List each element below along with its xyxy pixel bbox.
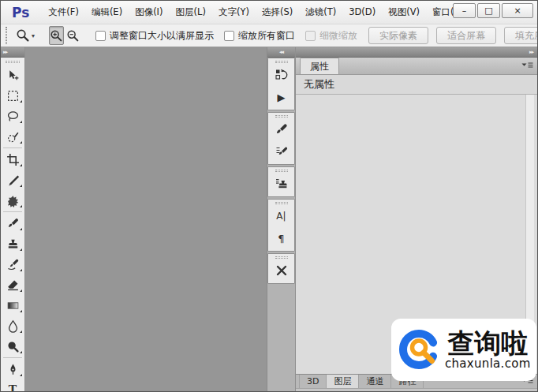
pen-tool[interactable] — [1, 359, 24, 379]
rectangular-marquee-tool[interactable] — [1, 85, 24, 106]
type-tool-icon: T — [9, 383, 17, 391]
tool-presets-panel-icon[interactable] — [268, 259, 294, 282]
toolbox-collapse-button[interactable]: ▸▸ — [1, 47, 24, 58]
menu-3d[interactable]: 3D(D) — [342, 3, 382, 21]
watermark-text: 查询啦 chaxunla.com — [445, 330, 531, 371]
properties-status: 无属性 — [296, 75, 537, 95]
flyout-indicator — [20, 289, 22, 292]
properties-tab-row: 属性 — [296, 58, 537, 75]
dock-group-grip[interactable] — [275, 202, 288, 204]
flyout-indicator — [20, 248, 22, 251]
toolbox-panel: ▸▸ — [1, 47, 25, 391]
brush-presets-panel-icon[interactable] — [268, 140, 294, 162]
scrubby-zoom-option: 细微缩放 — [305, 29, 357, 43]
dodge-tool[interactable] — [1, 336, 24, 357]
chevron-down-icon: ▾ — [32, 32, 35, 39]
dock-group-grip[interactable] — [275, 61, 288, 63]
photoshop-window: Ps 文件(F) 编辑(E) 图像(I) 图层(L) 文字(Y) 选择(S) 滤… — [0, 0, 538, 392]
brush-tool[interactable] — [1, 213, 24, 233]
tab-properties[interactable]: 属性 — [300, 58, 339, 74]
flyout-indicator — [20, 164, 22, 166]
watermark-title: 查询啦 — [447, 330, 528, 358]
options-bar-grip[interactable] — [6, 27, 7, 44]
menu-file[interactable]: 文件(F) — [42, 3, 85, 21]
tool-group-divider — [3, 147, 22, 148]
zoom-in-button[interactable] — [49, 26, 64, 45]
tool-group-divider — [3, 211, 22, 212]
zoom-out-button[interactable] — [65, 26, 80, 45]
actions-panel-icon[interactable]: ▶ — [268, 86, 294, 108]
flyout-indicator — [20, 351, 22, 353]
dock-group: ▶ — [267, 58, 295, 110]
flyout-indicator — [20, 310, 22, 312]
tab-channels[interactable]: 通道 — [359, 375, 391, 388]
menu-layer[interactable]: 图层(L) — [170, 3, 212, 21]
maximize-button[interactable]: □ — [477, 3, 500, 18]
watermark: 查询啦 chaxunla.com — [391, 319, 536, 381]
tab-layers[interactable]: 图层 — [327, 375, 359, 388]
menu-view[interactable]: 视图(V) — [382, 3, 426, 21]
no-properties-label: 无属性 — [304, 77, 334, 91]
clone-source-panel-icon[interactable] — [268, 173, 294, 195]
menu-filter[interactable]: 滤镜(T) — [299, 3, 342, 21]
flyout-indicator — [20, 269, 22, 271]
type-tool[interactable]: T — [1, 379, 24, 391]
checkbox-label: 调整窗口大小以满屏显示 — [110, 29, 214, 43]
flyout-indicator — [20, 141, 22, 144]
eraser-tool[interactable] — [1, 274, 24, 295]
options-bar: ▾ 调整窗口大小以满屏显示 缩放所有窗口 细微缩放 实际像素 适合屏幕 填充屏幕 — [1, 24, 537, 47]
panel-dock: ◂◂ ▶ — [267, 47, 296, 391]
menu-type[interactable]: 文字(Y) — [212, 3, 256, 21]
gradient-tool[interactable] — [1, 295, 24, 315]
lasso-tool[interactable] — [1, 106, 24, 126]
dock-group-grip[interactable] — [275, 256, 288, 259]
scrubby-zoom-checkbox — [305, 31, 316, 41]
history-panel-icon[interactable] — [268, 64, 294, 86]
checkbox-label: 细微缩放 — [319, 29, 357, 43]
blur-tool[interactable] — [1, 315, 24, 336]
resize-windows-to-fit-option: 调整窗口大小以满屏显示 — [95, 29, 214, 43]
dock-group — [267, 112, 295, 165]
brush-panel-icon[interactable] — [268, 118, 294, 140]
tool-preset-picker[interactable]: ▾ — [13, 27, 37, 44]
actual-pixels-button: 实际像素 — [368, 27, 428, 44]
spot-healing-brush-tool[interactable] — [1, 190, 24, 211]
eyedropper-tool[interactable] — [1, 170, 24, 190]
dock-group-grip[interactable] — [275, 170, 288, 172]
zoom-all-windows-checkbox[interactable] — [224, 31, 234, 41]
photoshop-logo: Ps — [12, 5, 29, 21]
close-button[interactable]: × — [502, 3, 533, 18]
canvas-area[interactable] — [25, 47, 267, 391]
minimize-button[interactable]: – — [453, 3, 476, 18]
checkbox-label: 缩放所有窗口 — [238, 29, 295, 43]
dock-group: A| ¶ — [267, 199, 295, 252]
dock-group-grip[interactable] — [275, 115, 288, 118]
paragraph-panel-icon[interactable]: ¶ — [268, 227, 294, 249]
panel-collapse-button[interactable]: ▸▸ — [296, 47, 537, 58]
history-brush-tool[interactable] — [1, 254, 24, 274]
flyout-indicator — [20, 121, 22, 123]
dock-group — [267, 166, 295, 197]
menu-select[interactable]: 选择(S) — [256, 3, 299, 21]
menu-image[interactable]: 图像(I) — [129, 3, 169, 21]
flyout-indicator — [20, 228, 22, 230]
toolbox-grip[interactable] — [6, 61, 20, 63]
resize-windows-checkbox[interactable] — [95, 31, 106, 41]
quick-selection-tool[interactable] — [1, 126, 24, 147]
flyout-indicator — [20, 205, 22, 207]
tool-list: T — [1, 65, 24, 391]
clone-stamp-tool[interactable] — [1, 233, 24, 254]
chaxunla-logo-icon — [396, 327, 443, 374]
menu-edit[interactable]: 编辑(E) — [85, 3, 129, 21]
crop-tool[interactable] — [1, 149, 24, 170]
character-panel-icon[interactable]: A| — [268, 205, 294, 227]
flyout-indicator — [20, 374, 22, 376]
fill-screen-button: 填充屏幕 — [504, 27, 537, 44]
move-tool[interactable] — [1, 65, 24, 85]
tab-3d[interactable]: 3D — [299, 375, 327, 388]
panel-menu-icon[interactable] — [521, 62, 533, 69]
flyout-indicator — [20, 185, 22, 187]
dock-group — [267, 253, 295, 284]
dock-collapse-button[interactable]: ◂◂ — [267, 47, 295, 58]
watermark-domain: chaxunla.com — [445, 358, 531, 370]
